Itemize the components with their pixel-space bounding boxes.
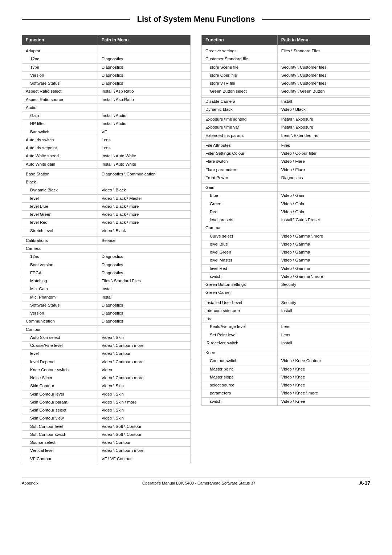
table-row: HP filterInstall \ Audio bbox=[22, 120, 191, 128]
table-row: Front PowerDiagnostics bbox=[202, 174, 370, 182]
function-cell: Mic. Gain bbox=[22, 285, 98, 293]
function-cell: File Attributes bbox=[202, 141, 278, 149]
function-cell: Knee Contour switch bbox=[22, 366, 98, 374]
path-cell: Install \ Gain \ Preset bbox=[277, 216, 370, 224]
path-cell: Security \ Customer files bbox=[277, 63, 370, 71]
table-row: level BlueVideo \ Black \ more bbox=[22, 202, 191, 210]
table-row: level presetsInstall \ Gain \ Preset bbox=[202, 216, 370, 224]
path-cell: Lens bbox=[277, 323, 370, 331]
table-row: Skin Contour selectVideo \ Skin bbox=[22, 406, 191, 414]
function-cell: Filter Settings Colour bbox=[202, 150, 278, 158]
function-cell: Flare parameters bbox=[202, 166, 278, 174]
function-cell: Dynamic Black bbox=[22, 186, 98, 194]
function-cell: level bbox=[22, 194, 98, 202]
function-cell: Front Power bbox=[202, 174, 278, 182]
function-cell: Aspect Ratio select bbox=[22, 88, 98, 96]
table-row: VersionDiagnostics bbox=[22, 71, 191, 79]
function-cell: Auto White gain bbox=[22, 160, 98, 168]
table-row: Mic. PhantomInstall bbox=[22, 293, 191, 301]
left-col2-header: Path in Menu bbox=[98, 35, 190, 45]
path-cell bbox=[98, 104, 190, 112]
path-cell: Video \ Black \ more bbox=[98, 219, 190, 227]
function-cell: Aspect Ratio source bbox=[22, 96, 98, 104]
table-right-section: Function Path in Menu Creative settingsF… bbox=[201, 35, 370, 406]
path-cell: Video \ Knee bbox=[277, 373, 370, 381]
function-cell: Type bbox=[22, 63, 98, 71]
table-row: Contour bbox=[22, 325, 191, 333]
table-row: level GreenVideo \ Gamma bbox=[202, 248, 370, 256]
function-cell: level Green bbox=[22, 211, 98, 219]
path-cell: Install \ Exposure bbox=[277, 123, 370, 131]
function-cell: parameters bbox=[202, 389, 278, 397]
function-cell: Auto Skin select bbox=[22, 333, 98, 341]
function-cell: Gain bbox=[202, 184, 278, 192]
function-cell: Contour bbox=[22, 325, 98, 333]
path-cell: Lens bbox=[98, 136, 190, 144]
footer-center: Operator's Manual LDK 5400 - Camerahead … bbox=[142, 481, 256, 485]
path-cell: Video \ Black bbox=[98, 227, 190, 235]
function-cell: Intercom side tone bbox=[202, 307, 278, 315]
table-row: CommunicationDiagnostics bbox=[22, 317, 191, 325]
table-row: switchVideo \ Gamma \ more bbox=[202, 272, 370, 280]
function-cell: switch bbox=[202, 272, 278, 280]
path-cell: Install bbox=[277, 97, 370, 105]
path-cell: Video \ Skin bbox=[98, 406, 190, 414]
table-row: Flare switchVideo \ Flare bbox=[202, 158, 370, 166]
table-row: MatchingFiles \ Standard Files bbox=[22, 277, 191, 285]
function-cell: Gain bbox=[22, 112, 98, 120]
table-row: Set Point levelLens bbox=[202, 331, 370, 339]
function-cell: Master slope bbox=[202, 373, 278, 381]
function-cell: Coarse/Fine level bbox=[22, 342, 98, 350]
table-row: Master pointVideo \ Knee bbox=[202, 365, 370, 373]
table-row: Master slopeVideo \ Knee bbox=[202, 373, 370, 381]
path-cell: Install bbox=[98, 285, 190, 293]
path-cell: Video \ Black \ more bbox=[98, 211, 190, 219]
table-row: Vertical levelVideo \ Contour \ more bbox=[22, 447, 191, 455]
path-cell bbox=[98, 178, 190, 186]
function-cell: Skin Contour select bbox=[22, 406, 98, 414]
table-row: Dynamic blackVideo \ Black bbox=[202, 105, 370, 113]
function-cell: Knee bbox=[202, 349, 278, 357]
table-row: Exposure time lightingInstall \ Exposure bbox=[202, 116, 370, 123]
path-cell: Security \ Customer files bbox=[277, 71, 370, 79]
path-cell: Security \ Customer files bbox=[277, 80, 370, 88]
table-row: Filter Settings ColourVideo \ Colour fil… bbox=[202, 150, 370, 158]
function-cell: Boot version bbox=[22, 261, 98, 269]
path-cell: Diagnostics bbox=[98, 301, 190, 309]
function-cell: Peak/Average level bbox=[202, 323, 278, 331]
path-cell: Files bbox=[277, 141, 370, 149]
table-row: level BlueVideo \ Gamma bbox=[202, 240, 370, 248]
table-row: Contour switchVideo \ Knee Contour bbox=[202, 357, 370, 365]
table-row: Base StationDiagnostics \ Communication bbox=[22, 170, 191, 178]
path-cell bbox=[277, 349, 370, 357]
function-cell: Gamma bbox=[202, 224, 278, 232]
function-cell: Skin Contour level bbox=[22, 390, 98, 398]
function-cell: Source select bbox=[22, 439, 98, 447]
path-cell: Video \ Gamma bbox=[277, 264, 370, 272]
function-cell: Exposure time lighting bbox=[202, 116, 278, 123]
function-cell: Disable Camera bbox=[202, 97, 278, 105]
function-cell: Set Point level bbox=[202, 331, 278, 339]
table-row: store Oper. fileSecurity \ Customer file… bbox=[202, 71, 370, 79]
path-cell bbox=[98, 45, 190, 55]
table-row: Skin Contour param.Video \ Skin \ more bbox=[22, 398, 191, 406]
path-cell: Diagnostics bbox=[98, 63, 190, 71]
table-row: Dynamic BlackVideo \ Black bbox=[22, 186, 191, 194]
function-cell: Green Carrier bbox=[202, 289, 278, 297]
function-cell: Installed User Level bbox=[202, 299, 278, 307]
path-cell: Diagnostics bbox=[98, 309, 190, 317]
path-cell bbox=[277, 55, 370, 63]
table-left: Function Path in Menu Adaptor12ncDiagnos… bbox=[22, 35, 191, 463]
path-cell: Files \ Standard Files bbox=[277, 45, 370, 55]
path-cell: Lens bbox=[98, 144, 190, 152]
function-cell: level Depend bbox=[22, 358, 98, 366]
function-cell: store VTR file bbox=[202, 80, 278, 88]
function-cell: Green Button settings bbox=[202, 281, 278, 289]
table-row: Skin Contour levelVideo \ Skin bbox=[22, 390, 191, 398]
table-row: GainInstall \ Audio bbox=[22, 112, 191, 120]
table-row: Aspect Ratio selectInstall \ Asp Ratio bbox=[22, 88, 191, 96]
table-row: level RedVideo \ Black \ more bbox=[22, 219, 191, 227]
title-line-left bbox=[22, 19, 130, 20]
table-row: TypeDiagnostics bbox=[22, 63, 191, 71]
path-cell: Lens bbox=[277, 331, 370, 339]
